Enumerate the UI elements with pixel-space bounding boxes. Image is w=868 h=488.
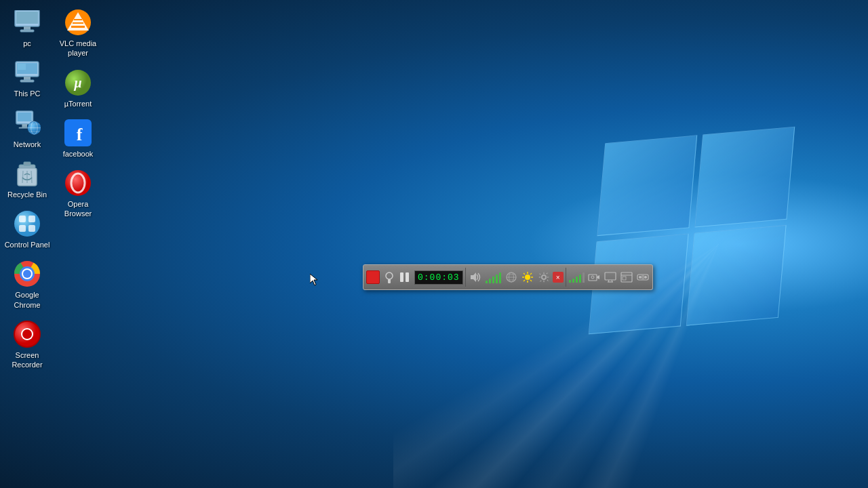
svg-rect-6 bbox=[24, 77, 31, 80]
svg-rect-29 bbox=[28, 225, 35, 232]
camera-button[interactable] bbox=[587, 270, 601, 285]
window-button[interactable] bbox=[619, 270, 634, 285]
desktop-icon-utorrent[interactable]: μ µTorrent bbox=[51, 64, 105, 114]
svg-line-64 bbox=[524, 280, 525, 281]
desktop-icon-recycle-bin[interactable]: Recycle Bin bbox=[0, 155, 54, 205]
signal2-bar-3 bbox=[576, 277, 578, 283]
toolbar-divider-1 bbox=[465, 268, 466, 287]
svg-line-62 bbox=[530, 280, 532, 281]
gear-icon bbox=[538, 271, 550, 283]
svg-rect-26 bbox=[19, 216, 26, 222]
svg-point-36 bbox=[22, 329, 32, 339]
desktop-icon-screen-recorder[interactable]: Screen Recorder bbox=[0, 315, 54, 375]
desktop-icon-column-1: pc This PC bbox=[0, 0, 54, 375]
signal-strength bbox=[486, 271, 501, 283]
desktop-icon-facebook[interactable]: f facebook bbox=[51, 114, 105, 164]
toolbar-icon-1[interactable] bbox=[382, 270, 397, 285]
pause-button[interactable] bbox=[398, 270, 413, 285]
facebook-icon: f bbox=[64, 119, 92, 146]
close-button[interactable]: × bbox=[553, 272, 564, 283]
vlc-label: VLC media player bbox=[54, 39, 102, 58]
svg-marker-83 bbox=[310, 274, 317, 285]
pc-icon bbox=[14, 9, 41, 36]
stop-icon bbox=[366, 270, 380, 284]
svg-line-22 bbox=[22, 171, 23, 183]
svg-rect-20 bbox=[24, 162, 31, 165]
screen-recorder-label: Screen Recorder bbox=[3, 350, 52, 370]
audio-icon bbox=[637, 272, 649, 283]
monitor-icon bbox=[604, 272, 616, 283]
brightness-button[interactable] bbox=[520, 270, 535, 285]
svg-rect-10 bbox=[18, 112, 32, 121]
svg-rect-77 bbox=[623, 277, 626, 280]
svg-point-80 bbox=[644, 276, 647, 279]
desktop: pc This PC bbox=[0, 0, 868, 488]
signal-bar-1 bbox=[486, 281, 488, 283]
window-icon bbox=[620, 272, 633, 283]
stop-button[interactable] bbox=[366, 270, 380, 285]
desktop-icon-pc[interactable]: pc bbox=[0, 3, 54, 54]
svg-rect-3 bbox=[20, 30, 34, 32]
toolbar-divider-2 bbox=[566, 268, 566, 287]
svg-rect-2 bbox=[24, 26, 31, 30]
vlc-icon bbox=[64, 9, 92, 36]
svg-rect-75 bbox=[621, 272, 632, 282]
recycle-bin-label: Recycle Bin bbox=[7, 190, 47, 199]
pause-bar-right bbox=[406, 272, 409, 282]
floating-toolbar[interactable]: 0:00:03 bbox=[363, 264, 653, 290]
mouse-cursor bbox=[310, 274, 318, 286]
signal-bar-2 bbox=[489, 279, 491, 283]
svg-point-25 bbox=[14, 211, 40, 237]
desktop-icon-vlc[interactable]: VLC media player bbox=[51, 3, 105, 64]
utorrent-label: µTorrent bbox=[64, 99, 92, 108]
sun-icon bbox=[521, 271, 534, 283]
control-panel-icon bbox=[14, 210, 41, 237]
svg-rect-27 bbox=[28, 216, 35, 222]
settings-button[interactable] bbox=[536, 270, 551, 285]
desktop-icon-opera[interactable]: Opera Browser bbox=[51, 164, 105, 224]
svg-rect-71 bbox=[605, 272, 616, 280]
svg-point-79 bbox=[639, 276, 642, 279]
volume-button[interactable] bbox=[468, 270, 483, 285]
svg-point-33 bbox=[23, 270, 31, 278]
svg-rect-40 bbox=[73, 22, 83, 24]
network-icon-label: Network bbox=[14, 140, 41, 149]
signal-bar-4 bbox=[496, 274, 498, 283]
svg-rect-11 bbox=[22, 124, 27, 127]
svg-point-70 bbox=[591, 276, 594, 279]
this-pc-icon-label: This PC bbox=[14, 89, 40, 98]
svg-point-67 bbox=[542, 275, 546, 279]
speaker-icon bbox=[469, 271, 481, 283]
svg-point-48 bbox=[386, 272, 393, 279]
svg-line-61 bbox=[524, 273, 525, 274]
signal2-bar-2 bbox=[572, 279, 574, 283]
opera-label: Opera Browser bbox=[54, 199, 102, 219]
pause-bar-left bbox=[400, 272, 403, 282]
pc-icon-label: pc bbox=[23, 39, 31, 48]
svg-rect-49 bbox=[388, 279, 391, 283]
network-button[interactable] bbox=[504, 270, 519, 285]
audio-button[interactable] bbox=[635, 270, 650, 285]
svg-text:f: f bbox=[77, 125, 83, 144]
recording-timer: 0:00:03 bbox=[414, 270, 463, 285]
desktop-icon-network[interactable]: Network bbox=[0, 104, 54, 155]
desktop-icon-google-chrome[interactable]: Google Chrome bbox=[0, 255, 54, 315]
signal-bar-5 bbox=[499, 272, 501, 283]
desktop-icon-this-pc[interactable]: This PC bbox=[0, 54, 54, 104]
this-pc-icon bbox=[14, 59, 41, 86]
svg-rect-68 bbox=[589, 274, 597, 281]
svg-rect-41 bbox=[74, 19, 82, 20]
desktop-icon-column-2: VLC media player μ µTorrent bbox=[51, 0, 105, 224]
facebook-label: facebook bbox=[63, 149, 94, 159]
svg-rect-1 bbox=[16, 12, 38, 24]
signal2-bar-5 bbox=[583, 272, 585, 283]
svg-rect-7 bbox=[20, 80, 34, 82]
control-panel-label: Control Panel bbox=[5, 240, 50, 249]
monitor-button[interactable] bbox=[603, 270, 618, 285]
signal2-bar-4 bbox=[579, 274, 581, 283]
camera-icon bbox=[588, 272, 600, 282]
pause-icon bbox=[400, 271, 411, 283]
svg-line-63 bbox=[530, 273, 532, 274]
svg-marker-50 bbox=[471, 272, 476, 282]
desktop-icon-control-panel[interactable]: Control Panel bbox=[0, 205, 54, 255]
